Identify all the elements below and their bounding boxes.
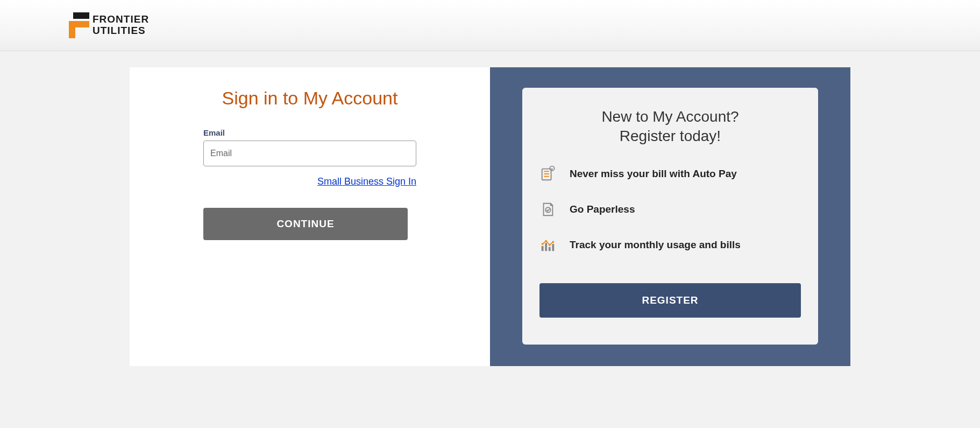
register-title-line2: Register today! <box>620 128 721 144</box>
brand-name-line1: FRONTIER <box>93 14 149 25</box>
svg-rect-10 <box>552 244 554 251</box>
benefit-track-usage: Track your monthly usage and bills <box>539 237 801 253</box>
register-title: New to My Account? Register today! <box>539 107 801 146</box>
benefit-track-text: Track your monthly usage and bills <box>570 239 741 251</box>
svg-point-12 <box>545 240 547 242</box>
svg-rect-9 <box>549 247 551 251</box>
site-header: FRONTIER UTILITIES <box>0 0 980 51</box>
svg-point-13 <box>549 244 551 246</box>
small-business-signin-link[interactable]: Small Business Sign In <box>317 176 416 187</box>
register-title-line1: New to My Account? <box>601 108 738 125</box>
benefit-autopay-text: Never miss your bill with Auto Pay <box>570 168 737 180</box>
email-field[interactable] <box>203 141 416 166</box>
register-card: New to My Account? Register today! $ Nev… <box>522 88 818 345</box>
signin-panel: Sign in to My Account Email Small Busine… <box>130 67 490 366</box>
svg-point-14 <box>552 241 554 243</box>
register-panel: New to My Account? Register today! $ Nev… <box>490 67 850 366</box>
brand-name: FRONTIER UTILITIES <box>93 14 149 37</box>
svg-rect-8 <box>545 243 547 251</box>
register-button[interactable]: REGISTER <box>539 283 801 318</box>
logo-mark-icon <box>69 12 89 38</box>
chart-icon <box>539 237 556 253</box>
svg-rect-7 <box>542 246 544 251</box>
signin-title: Sign in to My Account <box>162 88 458 109</box>
brand-name-line2: UTILITIES <box>93 25 149 37</box>
email-label: Email <box>203 128 416 137</box>
continue-button[interactable]: CONTINUE <box>203 208 408 240</box>
brand-logo[interactable]: FRONTIER UTILITIES <box>69 12 149 38</box>
paperless-icon <box>539 201 556 217</box>
main-content: Sign in to My Account Email Small Busine… <box>130 67 850 366</box>
autopay-icon: $ <box>539 166 556 182</box>
benefit-autopay: $ Never miss your bill with Auto Pay <box>539 166 801 182</box>
svg-point-11 <box>542 243 544 245</box>
signin-form: Email Small Business Sign In CONTINUE <box>203 128 416 240</box>
benefit-paperless-text: Go Paperless <box>570 204 635 215</box>
benefit-paperless: Go Paperless <box>539 201 801 217</box>
